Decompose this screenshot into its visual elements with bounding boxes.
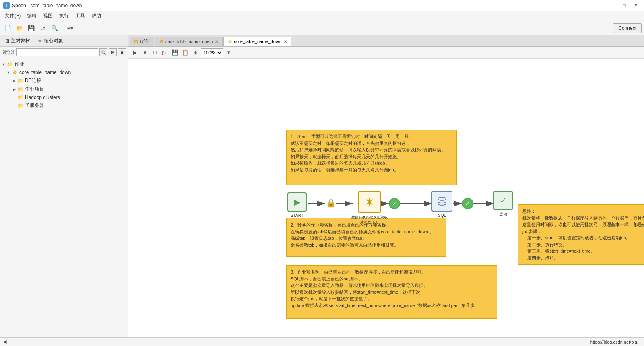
canvas-inner: 1、Start，类型可以选择不需要定时，时间间隔，天，周，月。默认不需要定时，如… [128,59,644,337]
stop-button[interactable]: □ [151,48,159,57]
sql-node-label: SQL [438,213,446,218]
welcome-tab-label: 欢迎! [140,39,150,45]
statusbar-nav[interactable]: ◀ [3,339,6,344]
panel-tab-main-icon: ⊞ [5,38,9,44]
panel-search-bar: 浏览器 🔍 ⊞ ≡ [0,47,128,58]
open-button[interactable]: 📂 [14,23,25,33]
explore-button[interactable]: 🔍 [49,23,60,33]
run-dropdown[interactable]: ▾ [140,48,149,57]
left-panel: ⊞ 主对象树 ✏ 核心对象 浏览器 🔍 ⊞ ≡ ▼ 📁 作业 ▼ [0,35,128,337]
save-button[interactable]: 💾 [26,23,36,33]
new-button[interactable]: 📄 [2,23,13,33]
close-button[interactable]: ✕ [630,2,641,10]
tree-label-root: 作业 [14,61,24,68]
tree-label-job: core_table_name_down [19,70,71,75]
job1-tab-icon: ⚙ [159,39,164,45]
node-transform[interactable]: 数据转换的批次汇聚或者批次下发 [351,191,388,225]
note-sql-text: 3、作业项名称，自己填自己的，数据库连接，自己新建和编辑即可。SQL脚本，自己填… [291,270,475,308]
tree-item-hadoop[interactable]: 📁 Hadoop clusters [0,93,128,101]
start-play-icon: ▶ [294,197,300,207]
connect-button[interactable]: Connect [613,23,642,33]
panel-tab-main-objects[interactable]: ⊞ 主对象树 [2,36,34,46]
job-icon: ⚙ [11,69,18,76]
search-button[interactable]: 🔍 [99,48,107,56]
expand-button[interactable]: ⊞ [191,48,200,57]
panel-tabs: ⊞ 主对象树 ✏ 核心对象 [0,35,128,47]
menu-run[interactable]: 执行 [56,12,72,20]
statusbar: ◀ https://blog.csdn.net/blg... [0,337,644,346]
file-tree: ▼ 📁 作业 ▼ ⚙ core_table_name_down ▶ 📁 DB连接… [0,58,128,337]
tree-label-jobs: 作业项目 [25,86,44,93]
maximize-button[interactable]: □ [619,2,630,10]
workflow-canvas[interactable]: 1、Start，类型可以选择不需要定时，时间间隔，天，周，月。默认不需要定时，如… [128,59,644,337]
note-idea-description: 思路：批次量将一批数据从一个数据库导入到另外一个数据库，而且每批次的数据量不能重… [518,204,644,265]
tree-item-job[interactable]: ▼ ⚙ core_table_name_down [0,68,128,76]
minimize-button[interactable]: − [608,2,618,10]
panel-tab-core-objects[interactable]: ✏ 核心对象 [35,36,67,46]
sql-icon-svg [436,196,448,207]
tree-label-db: DB连接 [25,77,41,84]
layout-button[interactable]: ⊞ [109,48,117,56]
zoom-select[interactable]: 100% 75% 125% 150% 50% [201,48,223,57]
save2-button[interactable]: 💾 [171,48,180,57]
menu-view[interactable]: 视图 [40,12,56,20]
check-icon-1: ✓ [389,198,400,209]
welcome-tab-icon: ⊞ [134,39,138,45]
tree-arrow-jobs: ▶ [11,87,17,91]
filter-button[interactable]: ≡ [118,48,126,56]
success-node-label: 成功 [499,212,507,217]
statusbar-url: https://blog.csdn.net/blg... [590,340,641,344]
window-title: Spoon - core_table_name_down [12,3,608,8]
job1-close-icon[interactable]: ✕ [215,39,218,44]
menu-edit[interactable]: 编辑 [24,12,40,20]
folder-slaves-icon: 📁 [17,103,23,109]
panel-tab-core-icon: ✏ [38,38,42,44]
tree-item-slaves[interactable]: 📁 子服务器 [0,101,128,110]
titlebar: S Spoon - core_table_name_down − □ ✕ [0,0,644,11]
tree-item-db[interactable]: ▶ 📁 DB连接 [0,76,128,85]
tab-job2[interactable]: ⚙ core_table_name_down ✕ [223,37,291,46]
folder-hadoop-icon: 📁 [17,94,23,101]
note-start-text: 1、Start，类型可以选择不需要定时，时间间隔，天，周，月。默认不需要定时，如… [291,134,446,172]
menu-help[interactable]: 帮助 [88,12,104,20]
folder-jobs-icon: 📁 [17,86,23,93]
panel-tab-core-label: 核心对象 [44,37,63,44]
toolbar: 📄 📂 💾 🗂 🔍 ≡▾ Connect [0,21,644,35]
job2-tab-label: core_table_name_down [234,39,281,44]
layers-button[interactable]: ≡▾ [65,23,75,33]
tree-arrow: ▼ [1,62,6,66]
run-button[interactable]: ▶ [130,48,139,57]
tree-item-root[interactable]: ▼ 📁 作业 [0,60,128,68]
note-start-description: 1、Start，类型可以选择不需要定时，时间间隔，天，周，月。默认不需要定时，如… [286,130,457,185]
savexml-button[interactable]: 📋 [181,48,190,57]
window-controls: − □ ✕ [608,2,641,10]
saveas-button[interactable]: 🗂 [37,23,48,33]
menu-file[interactable]: 文件(F) [2,12,24,20]
job1-tab-label: core_table_name_down [165,39,213,44]
node-success[interactable]: ✓ 成功 [493,191,513,217]
job2-close-icon[interactable]: ✕ [284,39,287,44]
tree-label-hadoop: Hadoop clusters [25,95,60,100]
folder-icon: 📁 [6,61,13,68]
note-sql-description: 3、作业项名称，自己填自己的，数据库连接，自己新建和编辑即可。SQL脚本，自己填… [286,265,497,319]
svg-point-11 [438,197,446,200]
toolbar-separator [62,24,62,32]
tab-welcome[interactable]: ⊞ 欢迎! [130,37,154,46]
transform-icon-svg [363,196,376,208]
tree-item-jobs[interactable]: ▶ 📁 作业项目 [0,85,128,93]
folder-db-icon: 📁 [17,78,23,84]
tab-job1[interactable]: ⚙ core_table_name_down ✕ [155,37,223,46]
node-start[interactable]: ▶ START [287,192,307,218]
browser-label: 浏览器 [2,49,15,56]
tree-arrow-db: ▶ [11,79,17,83]
transform-node-label: 数据转换的批次汇聚或者批次下发 [351,215,388,225]
lock-node: 🔒 [326,198,336,208]
search-input[interactable] [16,48,98,56]
success-check-icon: ✓ [500,196,507,205]
menubar: 文件(F) 编辑 视图 执行 工具 帮助 [0,11,644,21]
job2-tab-icon: ⚙ [228,39,232,44]
node-sql[interactable]: SQL [431,191,452,218]
menu-tools[interactable]: 工具 [72,12,88,20]
zoom-dropdown[interactable]: ▾ [224,48,233,57]
pause-button[interactable]: ▷| [161,48,169,57]
